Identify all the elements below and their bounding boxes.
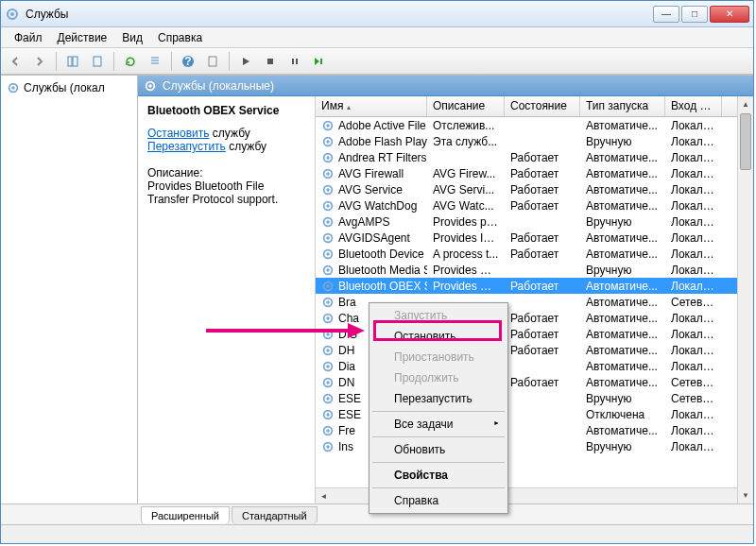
svg-point-17: [326, 124, 330, 128]
table-row[interactable]: Bluetooth OBEX S...Provides Bl...Работае…: [316, 278, 753, 294]
column-name[interactable]: Имя: [316, 96, 427, 116]
service-icon: [321, 167, 335, 180]
svg-point-55: [326, 429, 330, 433]
start-service-button[interactable]: [235, 51, 256, 72]
svg-point-27: [326, 204, 330, 208]
table-row[interactable]: AVG ServiceAVG Servi...РаботаетАвтоматич…: [316, 181, 753, 197]
close-button[interactable]: ✕: [710, 6, 749, 23]
svg-point-43: [326, 333, 330, 336]
service-icon: [321, 199, 335, 213]
minimize-button[interactable]: —: [653, 6, 679, 23]
svg-rect-9: [292, 59, 294, 64]
context-menu: Запустить Остановить Приостановить Продо…: [369, 302, 508, 514]
ctx-pause: Приостановить: [371, 347, 506, 367]
ctx-properties[interactable]: Свойства: [371, 465, 506, 486]
tree-root-item[interactable]: Службы (локал: [5, 79, 133, 96]
vertical-scrollbar[interactable]: ▲▼: [737, 96, 753, 503]
main-header-label: Службы (локальные): [163, 79, 274, 93]
table-row[interactable]: Adobe Flash Playe...Эта служб...ВручнуюЛ…: [316, 133, 753, 149]
export-button[interactable]: [87, 51, 108, 72]
table-row[interactable]: Bluetooth Device ...A process t...Работа…: [316, 246, 753, 262]
svg-rect-8: [267, 59, 273, 64]
services-icon: [5, 7, 20, 22]
restart-service-button[interactable]: [309, 51, 330, 72]
ctx-restart[interactable]: Перезапустить: [371, 388, 506, 409]
table-row[interactable]: AVGIDSAgentProvides Id...РаботаетАвтомат…: [316, 230, 753, 246]
service-icon: [321, 151, 335, 164]
svg-rect-7: [209, 57, 216, 66]
pause-service-button[interactable]: [284, 51, 305, 72]
description-text: Provides Bluetooth File Transfer Protoco…: [147, 179, 305, 206]
svg-point-29: [326, 220, 330, 224]
menu-bar: Файл Действие Вид Справка: [1, 27, 753, 48]
table-row[interactable]: Andrea RT Filters ...РаботаетАвтоматиче.…: [316, 149, 753, 165]
service-icon: [321, 119, 335, 132]
svg-rect-3: [73, 57, 77, 66]
svg-rect-11: [320, 59, 322, 64]
forward-button[interactable]: [29, 51, 50, 72]
svg-point-47: [326, 365, 330, 368]
window-title: Службы: [26, 8, 653, 21]
service-icon: [321, 328, 335, 341]
status-bar: [1, 524, 753, 543]
description-label: Описание:: [147, 166, 305, 179]
services-icon: [7, 81, 20, 94]
table-row[interactable]: Bluetooth Media S...Provides Bl...Вручну…: [316, 262, 753, 278]
service-icon: [321, 231, 335, 245]
ctx-start: Запустить: [371, 305, 506, 326]
restart-link[interactable]: Перезапустить: [147, 140, 226, 153]
service-icon: [321, 360, 335, 373]
service-icon: [321, 424, 335, 437]
table-row[interactable]: AVG WatchDogAVG Watc...РаботаетАвтоматич…: [316, 197, 753, 213]
stop-link[interactable]: Остановить: [147, 127, 210, 140]
table-row[interactable]: Adobe Active File ...Отслежив...Автомати…: [316, 117, 753, 133]
table-row[interactable]: AvgAMPSProvides pr...ВручнуюЛокальна: [316, 213, 753, 230]
column-logon[interactable]: Вход от и: [665, 96, 722, 116]
column-state[interactable]: Состояние: [505, 96, 580, 116]
ctx-alltasks[interactable]: Все задачи: [371, 414, 506, 435]
service-icon: [321, 408, 335, 421]
ctx-refresh[interactable]: Обновить: [371, 439, 506, 460]
service-icon: [321, 392, 335, 405]
table-row[interactable]: AVG FirewallAVG Firew...РаботаетАвтомати…: [316, 165, 753, 181]
tab-extended[interactable]: Расширенный: [141, 506, 230, 524]
service-icon: [321, 376, 335, 389]
svg-point-53: [326, 413, 330, 417]
svg-point-15: [148, 84, 152, 88]
menu-help[interactable]: Справка: [150, 29, 210, 46]
service-icon: [321, 183, 335, 196]
tab-standard[interactable]: Стандартный: [232, 506, 318, 524]
column-startup[interactable]: Тип запуска: [580, 96, 665, 116]
export-list-button[interactable]: [145, 51, 165, 72]
svg-rect-10: [296, 59, 298, 64]
help-button[interactable]: ?: [178, 51, 198, 72]
svg-point-57: [326, 445, 330, 449]
svg-rect-2: [68, 57, 72, 66]
service-icon: [321, 215, 335, 229]
column-description[interactable]: Описание: [427, 96, 505, 116]
service-icon: [321, 344, 335, 357]
svg-point-49: [326, 381, 330, 384]
ctx-stop[interactable]: Остановить: [371, 326, 506, 347]
svg-point-37: [326, 284, 330, 288]
svg-point-19: [326, 140, 330, 144]
menu-view[interactable]: Вид: [114, 29, 150, 46]
service-icon: [321, 296, 335, 309]
refresh-button[interactable]: [120, 51, 141, 72]
svg-point-23: [326, 172, 330, 176]
service-icon: [321, 264, 335, 277]
properties-button[interactable]: [202, 51, 223, 72]
back-button[interactable]: [5, 51, 26, 72]
svg-point-35: [326, 268, 330, 272]
stop-service-button[interactable]: [260, 51, 281, 72]
ctx-help[interactable]: Справка: [371, 490, 506, 511]
svg-point-21: [326, 156, 330, 160]
svg-point-1: [10, 12, 14, 16]
svg-point-41: [326, 316, 330, 320]
show-hide-tree-button[interactable]: [62, 51, 83, 72]
maximize-button[interactable]: □: [681, 6, 708, 23]
menu-file[interactable]: Файл: [7, 29, 50, 46]
service-icon: [321, 135, 335, 148]
menu-action[interactable]: Действие: [50, 29, 115, 46]
ctx-resume: Продолжить: [371, 367, 506, 388]
